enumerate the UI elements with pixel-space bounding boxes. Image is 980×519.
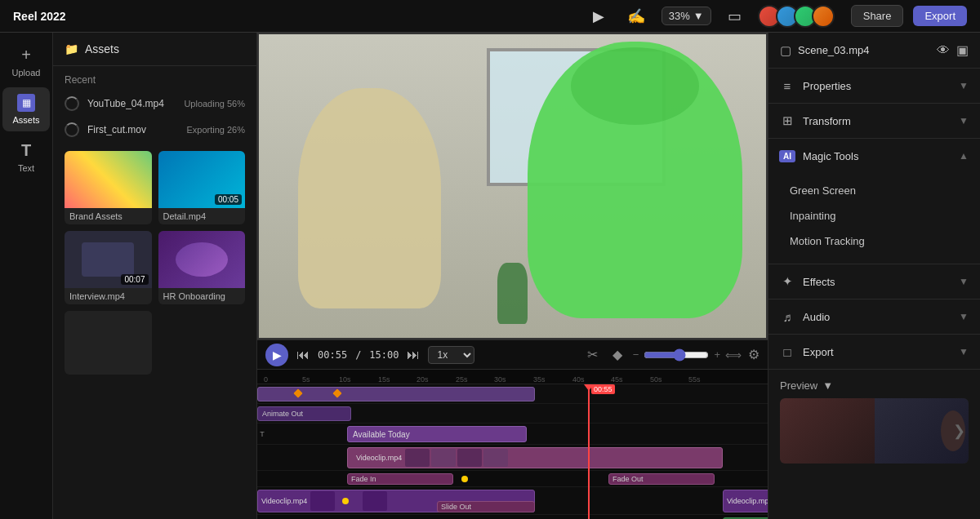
text-icon: T bbox=[21, 141, 31, 160]
motion-tracking-item[interactable]: Motion Tracking bbox=[780, 228, 969, 254]
zoom-plus-icon: + bbox=[714, 348, 720, 361]
fullscreen-button[interactable]: ▭ bbox=[721, 4, 748, 29]
timeline-settings-button[interactable]: ⚙ bbox=[748, 347, 760, 362]
export-button[interactable]: Export bbox=[913, 6, 967, 26]
properties-chevron-icon: ▼ bbox=[959, 80, 969, 91]
select-tool-button[interactable]: ▶ bbox=[586, 4, 611, 29]
preview-label: Preview bbox=[780, 379, 817, 392]
effects-icon: ✦ bbox=[780, 274, 795, 289]
ai-badge-icon: AI bbox=[780, 149, 795, 163]
audio-title: Audio bbox=[803, 311, 951, 323]
play-button[interactable]: ▶ bbox=[265, 344, 288, 366]
magnet-tool-button[interactable]: ◆ bbox=[608, 345, 626, 364]
main-layout: + Upload ▦ Assets T Text 📁 Assets Recent… bbox=[0, 33, 980, 519]
export-header[interactable]: □ Export ▼ bbox=[768, 335, 980, 369]
transform-icon: ⊞ bbox=[780, 113, 795, 128]
preview-section-header[interactable]: Preview ▼ bbox=[780, 379, 969, 392]
export-title: Export bbox=[803, 346, 951, 358]
transform-section: ⊞ Transform ▼ bbox=[768, 104, 980, 139]
thumb-interview-img: 00:07 bbox=[65, 231, 152, 288]
audio-header[interactable]: ♬ Audio ▼ bbox=[768, 299, 980, 334]
audio-chevron-icon: ▼ bbox=[959, 311, 969, 322]
sidebar-item-assets[interactable]: ▦ Assets bbox=[2, 87, 50, 131]
right-panel: ▢ Scene_03.mp4 👁 ▣ ≡ Properties ▼ ⊞ Tran… bbox=[768, 33, 980, 519]
zoom-value: 33% bbox=[669, 10, 690, 22]
thumb-extra-label bbox=[65, 368, 152, 375]
properties-icon: ≡ bbox=[780, 78, 795, 93]
thumb-extra-img bbox=[65, 311, 152, 368]
thumb-brand-label: Brand Assets bbox=[65, 208, 152, 224]
effects-section: ✦ Effects ▼ bbox=[768, 264, 980, 299]
thumb-hr-img bbox=[158, 231, 246, 288]
copy-button[interactable]: ▣ bbox=[956, 42, 969, 58]
track-label-t: T bbox=[257, 424, 267, 444]
cut-tool-button[interactable]: ✂ bbox=[583, 345, 602, 364]
thumb-brand-assets[interactable]: Brand Assets bbox=[65, 151, 152, 224]
properties-title: Properties bbox=[803, 80, 951, 92]
preview-thumbnail: ❯ bbox=[780, 398, 969, 464]
thumb-detail[interactable]: 00:05 Detail.mp4 bbox=[158, 151, 246, 224]
track-clip-available-today[interactable]: Available Today bbox=[347, 426, 527, 442]
track-clip-animate-out[interactable]: Animate Out bbox=[257, 406, 351, 421]
hand-tool-button[interactable]: ✍ bbox=[621, 4, 652, 29]
export-chevron-icon: ▼ bbox=[959, 346, 969, 357]
assets-icon: ▦ bbox=[17, 94, 35, 112]
transform-title: Transform bbox=[803, 115, 951, 127]
time-separator: / bbox=[355, 349, 361, 361]
sidebar-item-upload[interactable]: + Upload bbox=[2, 39, 50, 84]
inpainting-item[interactable]: Inpainting bbox=[780, 203, 969, 228]
sidebar-item-text[interactable]: T Text bbox=[2, 135, 50, 180]
track-clip-slide-out[interactable]: Slide Out bbox=[437, 501, 535, 512]
properties-header[interactable]: ≡ Properties ▼ bbox=[768, 69, 980, 103]
track-clip-videoclip-main[interactable]: Videoclip.mp4 bbox=[347, 447, 723, 468]
playhead-timecode: 00:55 bbox=[591, 384, 615, 394]
track-row-fade: Fade In Fade Out bbox=[257, 471, 768, 487]
recent-label: Recent bbox=[53, 66, 256, 91]
skip-forward-button[interactable]: ⏭ bbox=[407, 348, 420, 362]
thumb-brand-img bbox=[65, 151, 152, 208]
thumb-hr-onboarding[interactable]: HR Onboarding bbox=[158, 231, 246, 304]
eye-button[interactable]: 👁 bbox=[937, 43, 950, 58]
thumb-detail-label: Detail.mp4 bbox=[158, 208, 246, 224]
right-panel-file-header: ▢ Scene_03.mp4 👁 ▣ bbox=[768, 33, 980, 69]
zoom-minus-icon: − bbox=[633, 348, 639, 361]
thumb-detail-duration: 00:05 bbox=[215, 194, 242, 205]
track-row-videoclip: Videoclip.mp4 bbox=[257, 445, 768, 471]
ai-label: AI bbox=[779, 150, 795, 162]
thumb-extra[interactable] bbox=[65, 311, 152, 375]
timeline-controls: ▶ ⏮ 00:55 / 15:00 ⏭ 1x 0.5x 2x ✂ ◆ − bbox=[257, 340, 768, 370]
track-clip-bottom-2[interactable]: Videoclip.mp4 bbox=[723, 490, 768, 512]
track-row-text: T Available Today bbox=[257, 424, 768, 445]
upload-spinner-1 bbox=[65, 96, 79, 111]
zoom-timeline-slider[interactable] bbox=[644, 348, 709, 362]
green-screen-item[interactable]: Green Screen bbox=[780, 178, 969, 203]
assets-title: Assets bbox=[85, 42, 119, 55]
share-button[interactable]: Share bbox=[851, 5, 904, 27]
keyframe-slide bbox=[342, 498, 349, 504]
plus-icon: + bbox=[21, 46, 31, 64]
upload-item-2: First_cut.mov Exporting 26% bbox=[53, 117, 256, 143]
zoom-control[interactable]: 33% ▼ bbox=[662, 7, 711, 25]
app-title: Reel 2022 bbox=[13, 10, 66, 23]
expand-icon: ⟺ bbox=[725, 348, 742, 362]
timeline-tracks: 00:55 Animate Out T Available Today bbox=[257, 384, 768, 519]
keyframe-fade-mid bbox=[461, 476, 468, 482]
transform-header[interactable]: ⊞ Transform ▼ bbox=[768, 104, 980, 138]
thumb-detail-img: 00:05 bbox=[158, 151, 246, 208]
magic-tools-header[interactable]: AI Magic Tools ▲ bbox=[768, 139, 980, 173]
upload-spinner-2 bbox=[65, 122, 79, 137]
sidebar-text-label: Text bbox=[18, 163, 34, 173]
track-row-bottom-videoclip: Videoclip.mp4 Slide Out Videoclip.mp4 bbox=[257, 487, 768, 515]
upload-status-2: Exporting 26% bbox=[186, 125, 245, 135]
assets-panel: 📁 Assets Recent YouTube_04.mp4 Uploading… bbox=[53, 33, 257, 519]
track-clip-fade-in[interactable]: Fade In bbox=[347, 473, 453, 485]
effects-title: Effects bbox=[803, 276, 951, 288]
track-clip-fade-out[interactable]: Fade Out bbox=[608, 473, 715, 485]
effects-header[interactable]: ✦ Effects ▼ bbox=[768, 264, 980, 299]
assets-folder-icon: 📁 bbox=[65, 42, 78, 55]
magic-tools-section: AI Magic Tools ▲ Green Screen Inpainting… bbox=[768, 139, 980, 264]
left-sidebar: + Upload ▦ Assets T Text bbox=[0, 33, 53, 519]
thumb-interview[interactable]: 00:07 Interview.mp4 bbox=[65, 231, 152, 304]
speed-selector[interactable]: 1x 0.5x 2x bbox=[428, 346, 474, 364]
skip-back-button[interactable]: ⏮ bbox=[296, 348, 310, 362]
